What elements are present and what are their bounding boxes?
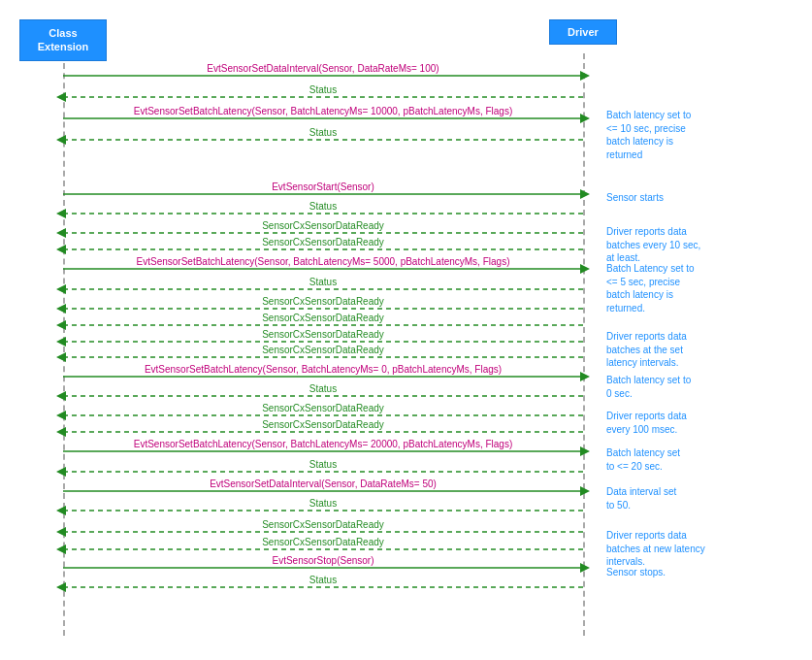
svg-marker-7: [580, 114, 590, 123]
svg-marker-25: [580, 264, 590, 274]
svg-text:SensorCxSensorDataReady: SensorCxSensorDataReady: [262, 329, 384, 340]
svg-text:Status: Status: [309, 84, 337, 95]
sequence-diagram: Class Extension Driver EvtSensorSetDataI…: [0, 0, 812, 660]
sidenote-1: Batch latency set to<= 10 sec, preciseba…: [606, 109, 791, 161]
svg-marker-73: [580, 563, 590, 573]
svg-text:EvtSensorSetDataInterval(Senso: EvtSensorSetDataInterval(Sensor, DataRat…: [207, 63, 438, 74]
sidenote-8: Batch latency setto <= 20 sec.: [606, 446, 791, 473]
svg-marker-55: [580, 446, 590, 456]
svg-text:SensorCxSensorDataReady: SensorCxSensorDataReady: [262, 220, 384, 231]
sidenote-10: Driver reports databatches at new latenc…: [606, 529, 791, 569]
svg-text:EvtSensorStop(Sensor): EvtSensorStop(Sensor): [272, 555, 374, 566]
sidenote-4: Batch Latency set to<= 5 sec, precisebat…: [606, 262, 791, 314]
svg-text:SensorCxSensorDataReady: SensorCxSensorDataReady: [262, 237, 384, 248]
svg-text:SensorCxSensorDataReady: SensorCxSensorDataReady: [262, 419, 384, 430]
svg-marker-43: [580, 372, 590, 381]
svg-text:Status: Status: [309, 127, 337, 138]
svg-marker-61: [580, 486, 590, 496]
sidenote-6: Batch latency set to0 sec.: [606, 374, 791, 400]
sidenote-2: Sensor starts: [606, 191, 791, 205]
sidenote-7: Driver reports dataevery 100 msec.: [606, 410, 791, 436]
svg-text:EvtSensorStart(Sensor): EvtSensorStart(Sensor): [272, 182, 374, 192]
sidenote-9: Data interval setto 50.: [606, 485, 791, 512]
svg-text:SensorCxSensorDataReady: SensorCxSensorDataReady: [262, 519, 384, 530]
class-extension-lifeline: [63, 53, 65, 636]
svg-marker-13: [580, 189, 590, 199]
svg-text:Status: Status: [309, 277, 337, 287]
svg-text:Status: Status: [309, 498, 337, 509]
driver-lifeline: [583, 53, 585, 636]
svg-text:EvtSensorSetBatchLatency(Senso: EvtSensorSetBatchLatency(Sensor, BatchLa…: [137, 256, 510, 267]
svg-text:SensorCxSensorDataReady: SensorCxSensorDataReady: [262, 537, 384, 547]
sidenote-11: Sensor stops.: [606, 566, 791, 579]
svg-text:Status: Status: [309, 459, 337, 470]
driver-lifeline-box: Driver: [549, 19, 617, 45]
svg-text:EvtSensorSetDataInterval(Senso: EvtSensorSetDataInterval(Sensor, DataRat…: [210, 478, 437, 489]
class-extension-lifeline-box: Class Extension: [19, 19, 107, 61]
svg-text:Status: Status: [309, 383, 337, 394]
svg-text:SensorCxSensorDataReady: SensorCxSensorDataReady: [262, 313, 384, 323]
svg-text:SensorCxSensorDataReady: SensorCxSensorDataReady: [262, 296, 384, 307]
svg-text:SensorCxSensorDataReady: SensorCxSensorDataReady: [262, 403, 384, 413]
svg-text:EvtSensorSetBatchLatency(Senso: EvtSensorSetBatchLatency(Sensor, BatchLa…: [134, 439, 513, 449]
sidenote-3: Driver reports databatches every 10 sec,…: [606, 225, 791, 265]
svg-marker-1: [580, 71, 590, 81]
svg-text:Status: Status: [309, 575, 337, 585]
svg-text:EvtSensorSetBatchLatency(Senso: EvtSensorSetBatchLatency(Sensor, BatchLa…: [134, 106, 513, 116]
svg-text:Status: Status: [309, 201, 337, 212]
svg-text:SensorCxSensorDataReady: SensorCxSensorDataReady: [262, 345, 384, 355]
svg-text:EvtSensorSetBatchLatency(Senso: EvtSensorSetBatchLatency(Sensor, BatchLa…: [145, 364, 502, 375]
sidenote-5: Driver reports databatches at the setlat…: [606, 330, 791, 370]
